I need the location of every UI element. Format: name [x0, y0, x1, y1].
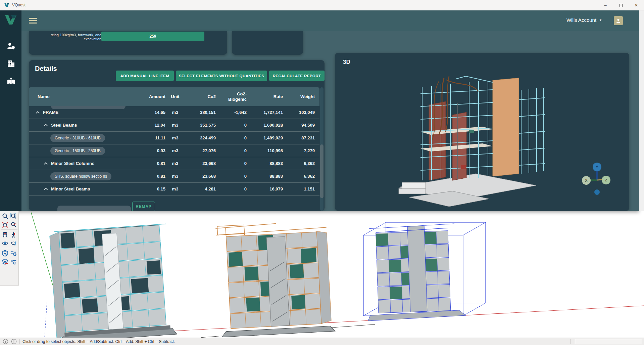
account-dropdown[interactable]: Wills Account ▼	[566, 17, 602, 23]
row-co2-biogenic: 0	[216, 174, 247, 179]
zoom-previous-icon[interactable]	[9, 220, 17, 229]
summary-card: rcing 100kg/m3, formwork, and excavation…	[29, 31, 227, 55]
table-row[interactable]: SHS, square hollow sectio ns 0.81 m3 23,…	[29, 170, 319, 183]
minimize-button[interactable]: –	[598, 0, 613, 10]
collapse-caret-icon[interactable]	[44, 162, 48, 166]
row-name: Generic - 150UB - 250UB	[50, 147, 105, 155]
row-co2-biogenic: 0	[216, 123, 247, 128]
library-icon	[7, 77, 15, 85]
details-title: Details	[35, 65, 57, 73]
row-co2-biogenic: 0	[216, 186, 247, 191]
gizmo-z-label: Z	[605, 178, 607, 182]
row-weight: 103,049	[283, 110, 315, 115]
add-manual-line-item-button[interactable]: ADD MANUAL LINE ITEM	[116, 71, 174, 81]
statusbar-divider	[571, 339, 571, 344]
remap-button[interactable]: REMAP	[132, 202, 155, 211]
toolbar-separator	[1, 229, 17, 230]
collapse-caret-icon[interactable]	[36, 111, 40, 115]
orientation-gizmo[interactable]: Y X Z	[582, 163, 610, 195]
person-icon	[615, 18, 621, 24]
table-row[interactable]: FRAME 14.65 m3 380,151 -1,642 1,727,141 …	[29, 106, 319, 119]
row-co2-biogenic: 0	[216, 135, 247, 140]
user-settings-icon	[7, 42, 15, 50]
gizmo-home-dot[interactable]	[594, 189, 600, 195]
zoom-icon[interactable]	[1, 212, 9, 220]
scrollbar-thumb[interactable]	[320, 144, 324, 198]
sketchup-viewport[interactable]	[0, 211, 644, 338]
row-weight: 6,362	[283, 161, 315, 166]
info-icon[interactable]	[11, 339, 17, 344]
row-amount: 12.04	[139, 123, 165, 128]
row-rate: 88,883	[247, 161, 283, 166]
row-weight: 7,279	[283, 148, 315, 153]
table-scrollbar[interactable]	[320, 87, 324, 211]
row-unit: m3	[165, 110, 185, 115]
column-name: Name	[29, 94, 139, 99]
menu-icon[interactable]	[29, 18, 37, 24]
recalculate-report-button[interactable]: RECALCULATE REPORT	[269, 71, 325, 81]
teal-framed-building	[49, 224, 177, 338]
app-header: Wills Account ▼	[0, 10, 639, 31]
clipped-row-chip	[57, 206, 131, 211]
row-rate: 1,727,141	[247, 110, 283, 115]
row-unit: m3	[165, 186, 185, 191]
model-download-icon[interactable]	[1, 249, 9, 257]
row-name: SHS, square hollow sectio ns	[50, 172, 111, 180]
row-amount: 14.65	[139, 110, 165, 115]
collapse-caret-icon[interactable]	[44, 124, 48, 127]
table-row[interactable]: Generic - 310UB - 610UB 11.11 m3 324,499…	[29, 132, 319, 144]
row-amount: 11.11	[139, 135, 165, 140]
vquest-window: Wills Account ▼ rcing 100kg/m3, formwork…	[0, 10, 639, 211]
blue-wireframe-selected-building	[363, 222, 486, 321]
3d-model-view[interactable]: Y X Z	[335, 53, 629, 211]
table-row[interactable]: Generic - 150UB - 250UB 0.93 m3 27,076 0…	[29, 144, 319, 157]
measurements-box[interactable]	[575, 339, 642, 344]
row-rate: 110,998	[247, 148, 283, 153]
collapse-caret-icon[interactable]	[44, 187, 48, 191]
walk-icon[interactable]	[9, 230, 17, 239]
table-row[interactable]: Minor Steel Beams 0.15 m3 4,281 0 16,079…	[29, 183, 319, 196]
row-rate: 1,489,029	[247, 135, 283, 140]
zoom-extents-icon[interactable]	[1, 220, 9, 229]
summary-card-label: rcing 100kg/m3, formwork, and excavation	[34, 32, 101, 41]
table-row[interactable]: Steel Beams 12.04 m3 351,575 0 1,600,028…	[29, 119, 319, 132]
column-weight: Weight	[283, 94, 315, 99]
zoom-window-icon[interactable]	[9, 212, 17, 220]
summary-card-value-bar[interactable]: 259	[101, 32, 204, 41]
position-camera-icon[interactable]	[1, 230, 9, 239]
summary-card-value: 259	[149, 34, 156, 39]
sidebar-item-users[interactable]	[6, 41, 16, 51]
table-row[interactable]: Minor Steel Columns 0.81 m3 23,668 0 88,…	[29, 157, 319, 170]
row-co2: 380,151	[185, 110, 216, 115]
section-view-icon[interactable]	[9, 239, 17, 247]
sync-settings-icon[interactable]	[9, 257, 17, 266]
statusbar: Click or drag to select objects. Shift =…	[0, 338, 644, 345]
row-name: Generic - 310UB - 610UB	[50, 134, 105, 142]
row-name: FRAME	[43, 110, 58, 115]
layers-export-icon[interactable]	[1, 257, 9, 266]
geolocation-icon[interactable]	[3, 339, 8, 344]
orange-framed-building	[195, 218, 376, 338]
row-name: Steel Beams	[51, 123, 77, 128]
sidebar-item-library[interactable]	[6, 76, 16, 86]
row-co2: 4,281	[185, 186, 216, 191]
row-unit: m3	[165, 148, 185, 153]
column-co2: Co2	[185, 94, 216, 99]
row-co2: 27,076	[185, 148, 216, 153]
profile-button[interactable]	[614, 16, 623, 25]
look-around-icon[interactable]	[1, 239, 9, 247]
row-rate: 16,079	[247, 186, 283, 191]
maximize-button[interactable]	[613, 0, 629, 10]
table-body: FRAME 14.65 m3 380,151 -1,642 1,727,141 …	[29, 106, 319, 196]
toolbar-separator	[1, 248, 17, 248]
row-amount: 0.15	[139, 186, 165, 191]
account-label: Wills Account	[566, 17, 596, 23]
sync-model-icon[interactable]	[9, 249, 17, 257]
close-button[interactable]: ✕	[629, 0, 644, 10]
sidebar-item-company[interactable]	[6, 58, 16, 69]
select-elements-without-quantities-button[interactable]: SELECT ELEMENTS WITHOUT QUANTITIES	[176, 71, 267, 81]
window-edge-strip	[639, 10, 644, 211]
statusbar-hint: Click or drag to select objects. Shift =…	[22, 339, 175, 344]
row-unit: m3	[165, 174, 185, 179]
maximize-icon	[619, 4, 623, 7]
